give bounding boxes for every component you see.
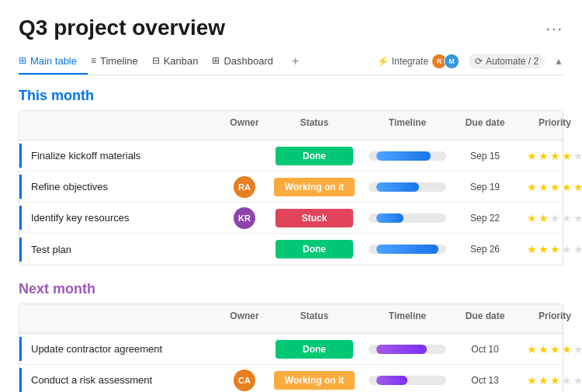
section-this-month: This month Owner Status Timeline Due dat… [19, 88, 563, 265]
table-row: Test plan Done Sep 26 ★★★★★ + [19, 234, 563, 265]
col-headers: Owner Status Timeline Due date Priority … [19, 111, 563, 140]
row-due-date: Oct 10 [454, 344, 516, 355]
star: ★ [527, 374, 537, 387]
status-badge[interactable]: Done [275, 147, 353, 165]
row-priority: ★★★★★ [516, 243, 582, 255]
row-owner: CA [221, 369, 268, 391]
star: ★ [550, 343, 560, 356]
row-due-date: Oct 13 [454, 375, 516, 386]
star: ★ [573, 243, 583, 255]
status-badge[interactable]: Working on it [274, 371, 355, 390]
star: ★ [550, 181, 560, 193]
avatar-2: M [444, 54, 459, 69]
tab-kanban-label: Kanban [164, 55, 199, 67]
star: ★ [550, 150, 560, 162]
section-label: This month [19, 88, 563, 104]
timeline-icon: ≡ [91, 55, 96, 66]
automate-label: Automate / 2 [486, 56, 539, 67]
col-due-date: Due date [454, 111, 516, 140]
timeline-bar [376, 182, 419, 192]
star: ★ [573, 212, 583, 224]
table-row: Finalize kickoff materials Done Sep 15 ★… [19, 140, 563, 172]
section-next-month: Next month Owner Status Timeline Due dat… [19, 281, 563, 392]
tab-timeline-label: Timeline [100, 55, 138, 67]
row-due-date: Sep 22 [454, 213, 516, 224]
star: ★ [562, 181, 572, 193]
more-options-button[interactable]: ··· [546, 19, 563, 37]
status-badge[interactable]: Working on it [274, 178, 355, 196]
owner-avatar: KR [234, 207, 255, 229]
row-task-name: Refine objectives [19, 175, 221, 199]
star: ★ [562, 150, 572, 162]
integrate-button[interactable]: ⚡ Integrate R M [377, 54, 459, 69]
owner-avatar: CA [234, 369, 255, 391]
timeline-bar [376, 345, 427, 354]
section-table: Owner Status Timeline Due date Priority … [19, 304, 563, 392]
star: ★ [539, 343, 549, 356]
toolbar-right: ⚡ Integrate R M ⟳ Automate / 2 ▲ [377, 54, 563, 69]
row-timeline [361, 345, 454, 354]
row-priority: ★★★★★ [516, 212, 582, 224]
tab-timeline[interactable]: ≡ Timeline [91, 49, 149, 75]
status-badge[interactable]: Done [275, 340, 353, 359]
row-status[interactable]: Stuck [268, 209, 361, 227]
add-tab-button[interactable]: + [287, 48, 303, 75]
tab-dashboard-label: Dashboard [223, 55, 273, 67]
star: ★ [539, 243, 549, 255]
star: ★ [573, 181, 583, 193]
star: ★ [527, 343, 537, 356]
tabs-row: ⊞ Main table ≡ Timeline ⊟ Kanban ⊞ Dashb… [19, 48, 563, 75]
row-status[interactable]: Done [268, 147, 361, 165]
dashboard-icon: ⊞ [212, 55, 220, 66]
page-title: Q3 project overview [19, 16, 225, 40]
star: ★ [550, 212, 560, 224]
row-task-name: Identify key resources [19, 206, 221, 230]
automate-button[interactable]: ⟳ Automate / 2 [469, 54, 545, 69]
row-task-name: Finalize kickoff materials [19, 144, 221, 168]
col-headers: Owner Status Timeline Due date Priority … [19, 304, 563, 334]
table-icon: ⊞ [19, 55, 26, 66]
star: ★ [527, 243, 537, 255]
col-timeline: Timeline [361, 304, 454, 333]
tab-main-table[interactable]: ⊞ Main table [19, 49, 88, 75]
timeline-bar-wrap [369, 151, 446, 161]
row-priority: ★★★★★ [516, 374, 582, 387]
star: ★ [527, 212, 537, 224]
row-priority: ★★★★★ [516, 181, 582, 193]
row-task-name: Test plan [19, 238, 221, 262]
row-timeline [361, 213, 454, 223]
kanban-icon: ⊟ [152, 55, 160, 66]
timeline-bar [376, 151, 431, 161]
timeline-bar-wrap [369, 345, 446, 354]
timeline-bar-wrap [369, 213, 446, 223]
col-status: Status [268, 111, 361, 140]
star: ★ [562, 374, 572, 387]
avatar-pair: R M [431, 54, 459, 69]
integrate-label: Integrate [392, 56, 428, 67]
table-row: Identify key resources KR Stuck Sep 22 ★… [19, 203, 563, 234]
timeline-bar [376, 213, 404, 223]
row-status[interactable]: Working on it [268, 178, 361, 196]
star: ★ [573, 150, 583, 162]
star: ★ [562, 243, 572, 255]
timeline-bar [376, 245, 438, 254]
tab-kanban[interactable]: ⊟ Kanban [152, 49, 210, 75]
status-badge[interactable]: Done [275, 240, 353, 258]
status-badge[interactable]: Stuck [275, 209, 353, 227]
star: ★ [573, 374, 583, 387]
collapse-button[interactable]: ▲ [554, 56, 563, 67]
row-due-date: Sep 26 [454, 244, 516, 255]
row-timeline [361, 245, 454, 254]
row-timeline [361, 376, 454, 385]
row-status[interactable]: Working on it [268, 371, 361, 390]
timeline-bar-wrap [369, 182, 446, 192]
col-task [19, 111, 221, 140]
tab-dashboard[interactable]: ⊞ Dashboard [212, 49, 284, 75]
star: ★ [539, 181, 549, 193]
star: ★ [562, 212, 572, 224]
row-status[interactable]: Done [268, 340, 361, 359]
table-row: Update contractor agreement Done Oct 10 … [19, 334, 563, 365]
row-status[interactable]: Done [268, 240, 361, 258]
col-priority: Priority [516, 111, 582, 140]
star: ★ [550, 243, 560, 255]
